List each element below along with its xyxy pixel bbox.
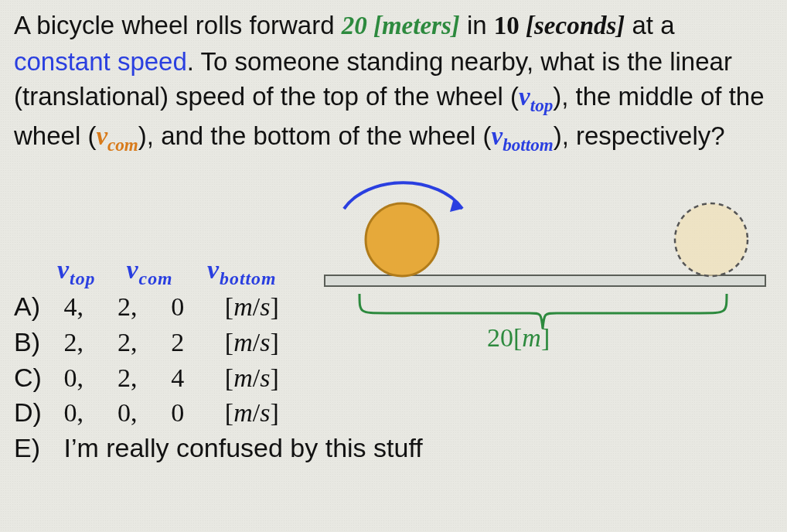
q-part: ), and the bottom of the wheel ( [138, 121, 492, 150]
unit-m: m [233, 328, 253, 356]
q-part: in [460, 11, 494, 39]
vtop-symbol: v [519, 83, 530, 111]
option-label: C) [14, 360, 56, 396]
option-value: 0 [171, 395, 217, 431]
distance-value: 20 [342, 12, 367, 39]
wheel-initial [366, 203, 438, 276]
rolling-wheel-diagram [309, 178, 781, 394]
vbottom-symbol: v [492, 122, 503, 150]
question-text: A bicycle wheel rolls forward 20 [meters… [0, 0, 787, 165]
option-value: 2, [118, 289, 164, 325]
option-value: 2 [171, 325, 217, 360]
q-part: ), respectively? [554, 121, 725, 150]
option-unit: [m/s] [225, 363, 279, 392]
time-value: 10 [494, 12, 520, 39]
q-part: at a [625, 11, 674, 39]
ground-surface [325, 275, 765, 286]
header-sub: com [139, 268, 173, 289]
unit-m: m [233, 398, 253, 427]
option-unit: [m/s] [225, 328, 279, 356]
header-sub: top [70, 268, 95, 289]
constant-speed-text: constant speed [14, 47, 187, 76]
header-vcom: vcom [127, 255, 200, 289]
option-label: E) [14, 431, 56, 466]
vcom-symbol: v [96, 122, 107, 150]
q-part: A bicycle wheel rolls forward [14, 11, 342, 39]
option-value: 0, [63, 360, 110, 396]
header-sym: v [57, 255, 70, 285]
option-label: B) [14, 325, 56, 360]
vbottom-subscript: bottom [503, 134, 553, 154]
option-value: 2, [118, 360, 164, 396]
header-sym: v [127, 255, 139, 285]
option-value: 4, [63, 289, 110, 325]
option-text: I’m really confused by this stuff [63, 433, 422, 462]
unit-m: m [522, 323, 541, 352]
option-value: 0, [118, 395, 164, 431]
option-unit: [m/s] [225, 398, 279, 427]
header-vbottom: vbottom [207, 255, 308, 289]
unit-m: m [233, 292, 253, 321]
option-value: 0 [171, 289, 217, 325]
header-sym: v [207, 255, 220, 285]
header-vtop: vtop [57, 255, 119, 289]
option-value: 0, [63, 395, 110, 431]
option-value: 2, [118, 325, 164, 360]
vcom-subscript: com [107, 134, 138, 154]
distance-label-text: 20[m] [487, 323, 550, 352]
unit-m: m [233, 363, 253, 392]
distance-unit: [meters] [367, 12, 460, 39]
distance-label: 20[m] [487, 323, 550, 353]
option-e[interactable]: E) I’m really confused by this stuff [14, 431, 478, 466]
header-sub: bottom [220, 268, 276, 289]
option-label: A) [14, 289, 56, 325]
option-label: D) [14, 395, 56, 431]
option-unit: [m/s] [225, 292, 279, 321]
time-unit: [seconds] [520, 12, 625, 39]
option-value: 4 [171, 360, 217, 396]
option-value: 2, [63, 325, 110, 360]
option-d[interactable]: D) 0, 0, 0 [m/s] [14, 395, 478, 431]
wheel-final [675, 203, 748, 276]
vtop-subscript: top [530, 95, 554, 115]
